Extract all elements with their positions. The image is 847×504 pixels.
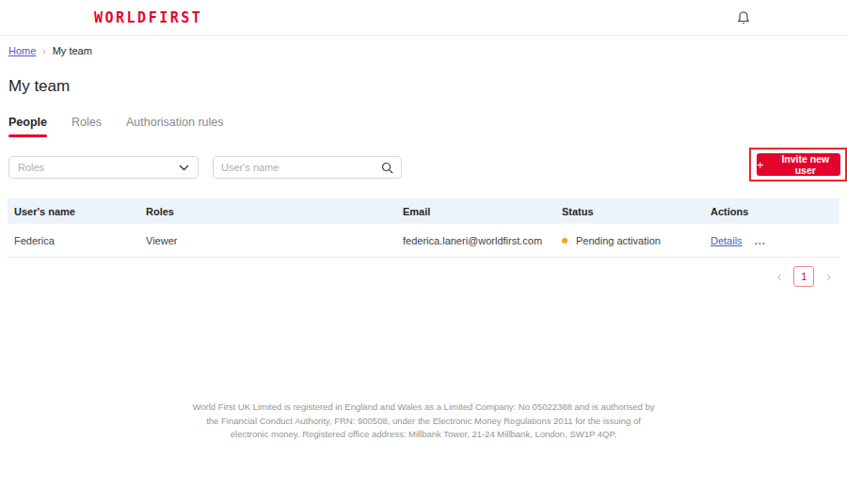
tab-bar: People Roles Authorisation rules xyxy=(8,116,839,137)
col-header-status: Status xyxy=(555,206,704,217)
cell-roles: Viewer xyxy=(139,235,396,246)
breadcrumb: Home › My team xyxy=(0,36,847,62)
annotation-highlight-box: + Invite new user xyxy=(749,148,847,181)
search-input[interactable] xyxy=(221,162,381,173)
cell-status: Pending activation xyxy=(555,235,704,246)
user-name-search xyxy=(213,156,402,179)
notification-bell-icon[interactable] xyxy=(736,10,751,25)
cell-user-name: Federica xyxy=(8,235,139,246)
filter-row: Roles + Invite new user xyxy=(0,150,847,184)
invite-new-user-button[interactable]: + Invite new user xyxy=(757,153,840,176)
footer-line-2: the Financial Conduct Authority, FRN: 90… xyxy=(0,415,847,429)
pagination: ‹ 1 › xyxy=(0,266,831,287)
more-actions-icon[interactable]: ... xyxy=(755,235,766,246)
footer-line-1: World First UK Limited is registered in … xyxy=(0,401,847,415)
table-header-row: User's name Roles Email Status Actions xyxy=(8,198,839,224)
breadcrumb-current: My team xyxy=(53,45,92,56)
plus-icon: + xyxy=(757,159,764,171)
col-header-actions: Actions xyxy=(704,206,839,217)
breadcrumb-home-link[interactable]: Home xyxy=(8,45,36,56)
roles-filter-placeholder: Roles xyxy=(18,162,44,173)
search-icon[interactable] xyxy=(381,162,393,174)
breadcrumb-separator-icon: › xyxy=(42,46,45,56)
tab-roles[interactable]: Roles xyxy=(72,116,102,137)
worldfirst-logo: WORLDFIRST xyxy=(94,9,202,26)
tab-people[interactable]: People xyxy=(8,116,47,137)
pagination-prev-icon[interactable]: ‹ xyxy=(777,270,782,283)
table-row: Federica Viewer federica.laneri@worldfir… xyxy=(8,224,839,258)
col-header-email: Email xyxy=(396,206,555,217)
col-header-users-name: User's name xyxy=(8,206,139,217)
top-header: WORLDFIRST xyxy=(0,0,847,36)
team-table: User's name Roles Email Status Actions F… xyxy=(8,198,839,258)
legal-footer: World First UK Limited is registered in … xyxy=(0,401,847,442)
chevron-down-icon xyxy=(179,165,189,171)
tab-authorisation-rules[interactable]: Authorisation rules xyxy=(126,116,224,137)
footer-line-3: electronic money. Registered office addr… xyxy=(0,428,847,442)
cell-email: federica.laneri@worldfirst.com xyxy=(396,235,555,246)
details-link[interactable]: Details xyxy=(711,235,743,246)
roles-filter-select[interactable]: Roles xyxy=(8,156,199,179)
pagination-next-icon[interactable]: › xyxy=(826,270,831,283)
cell-actions: Details ... xyxy=(704,235,839,246)
col-header-roles: Roles xyxy=(139,206,396,217)
page-title: My team xyxy=(8,77,839,96)
my-team-page: WORLDFIRST Home › My team My team People… xyxy=(0,0,847,504)
status-text: Pending activation xyxy=(576,235,661,246)
invite-button-label: Invite new user xyxy=(771,153,840,176)
status-pending-dot-icon xyxy=(562,238,567,244)
pagination-page-1[interactable]: 1 xyxy=(793,266,814,287)
